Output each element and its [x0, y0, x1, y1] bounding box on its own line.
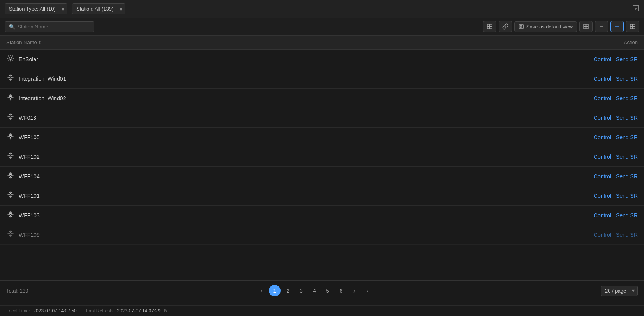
- per-page-wrapper[interactable]: 20 / page: [601, 286, 638, 296]
- table-row: WFF102 Control Send SR: [0, 147, 644, 167]
- station-type-icon: [6, 210, 15, 220]
- page-btn-3[interactable]: 3: [295, 285, 307, 296]
- columns-btn[interactable]: [579, 21, 593, 32]
- station-name-cell: WFF102: [6, 152, 560, 162]
- page-btn-1[interactable]: 1: [269, 285, 281, 296]
- station-name-text: Integration_Wind02: [19, 95, 66, 101]
- station-type-select[interactable]: Station Type: All (10): [5, 3, 67, 14]
- refresh-icon[interactable]: ↻: [164, 308, 168, 314]
- link-btn[interactable]: [499, 21, 512, 32]
- table-row: EnSolar Control Send SR: [0, 50, 644, 69]
- svg-rect-13: [586, 24, 588, 26]
- station-type-icon: [6, 54, 15, 64]
- filter-btn[interactable]: [595, 21, 608, 32]
- status-bar: Local Time: 2023-07-07 14:07:50 Last Ref…: [0, 305, 644, 316]
- station-name-text: Integration_Wind01: [19, 76, 66, 82]
- local-time-value: 2023-07-07 14:07:50: [33, 308, 76, 314]
- page-btn-5[interactable]: 5: [322, 285, 333, 296]
- svg-point-26: [9, 57, 12, 60]
- last-refresh-value: 2023-07-07 14:07:29: [117, 308, 160, 314]
- control-link[interactable]: Control: [594, 76, 611, 82]
- svg-point-68: [9, 135, 12, 137]
- top-bar: Station Type: All (10) Station: All (139…: [0, 0, 644, 18]
- station-filter[interactable]: Station: All (139): [72, 3, 125, 14]
- svg-rect-7: [490, 27, 492, 29]
- station-name-text: WFF101: [19, 193, 40, 199]
- station-name-cell: Integration_Wind01: [6, 74, 560, 83]
- grid-view-btn[interactable]: [483, 21, 496, 32]
- pagination: ‹ 1 2 3 4 5 6 7 ›: [256, 285, 373, 296]
- svg-point-104: [9, 213, 12, 215]
- search-icon: 🔍: [9, 24, 15, 30]
- sort-icon: ⇅: [39, 40, 42, 44]
- send-sr-link[interactable]: Send SR: [616, 154, 638, 160]
- search-wrapper[interactable]: 🔍: [5, 21, 94, 32]
- control-link[interactable]: Control: [594, 56, 611, 62]
- table-row: WFF101 Control Send SR: [0, 186, 644, 206]
- svg-rect-6: [487, 27, 489, 29]
- action-cell: Control Send SR: [560, 154, 638, 160]
- control-link[interactable]: Control: [594, 232, 611, 238]
- save-default-btn[interactable]: Save as default view: [514, 21, 577, 32]
- col-header-station-name[interactable]: Station Name ⇅: [6, 39, 560, 45]
- svg-line-32: [12, 60, 13, 61]
- svg-point-95: [9, 194, 12, 195]
- station-name-text: WFF104: [19, 173, 40, 179]
- action-cell: Control Send SR: [560, 173, 638, 179]
- svg-rect-4: [487, 24, 489, 26]
- control-link[interactable]: Control: [594, 95, 611, 101]
- station-type-icon: [6, 230, 15, 240]
- svg-point-41: [9, 77, 12, 78]
- control-link[interactable]: Control: [594, 134, 611, 140]
- control-link[interactable]: Control: [594, 173, 611, 179]
- station-type-filter[interactable]: Station Type: All (10): [5, 3, 67, 14]
- svg-point-77: [9, 155, 12, 156]
- local-time-label: Local Time:: [6, 308, 30, 314]
- col-header-action: Action: [560, 39, 638, 45]
- next-page-btn[interactable]: ›: [362, 285, 373, 296]
- station-name-cell: WF013: [6, 113, 560, 122]
- card-view-btn[interactable]: [626, 21, 639, 32]
- pagination-bar: Total: 139 ‹ 1 2 3 4 5 6 7 › 20 / page: [0, 280, 644, 300]
- control-link[interactable]: Control: [594, 212, 611, 218]
- toolbar-right: Save as default view: [483, 21, 639, 32]
- search-bar: 🔍 Save as default view: [0, 18, 644, 36]
- page-btn-7[interactable]: 7: [348, 285, 360, 296]
- send-sr-link[interactable]: Send SR: [616, 134, 638, 140]
- control-link[interactable]: Control: [594, 115, 611, 121]
- station-type-icon: [6, 171, 15, 181]
- send-sr-link[interactable]: Send SR: [616, 212, 638, 218]
- action-cell: Control Send SR: [560, 193, 638, 199]
- send-sr-link[interactable]: Send SR: [616, 173, 638, 179]
- svg-rect-25: [633, 27, 635, 29]
- svg-point-86: [9, 174, 12, 176]
- station-name-cell: EnSolar: [6, 54, 560, 64]
- per-page-select[interactable]: 20 / page: [601, 286, 638, 296]
- list-view-btn[interactable]: [610, 21, 624, 32]
- search-input[interactable]: [18, 24, 90, 30]
- export-icon[interactable]: [632, 5, 639, 13]
- send-sr-link[interactable]: Send SR: [616, 232, 638, 238]
- page-btn-2[interactable]: 2: [282, 285, 294, 296]
- control-link[interactable]: Control: [594, 193, 611, 199]
- send-sr-link[interactable]: Send SR: [616, 95, 638, 101]
- table-row: WFF103 Control Send SR: [0, 206, 644, 225]
- save-default-label: Save as default view: [526, 24, 573, 30]
- send-sr-link[interactable]: Send SR: [616, 76, 638, 82]
- page-btn-6[interactable]: 6: [335, 285, 347, 296]
- station-name-text: WFF105: [19, 134, 40, 140]
- send-sr-link[interactable]: Send SR: [616, 193, 638, 199]
- send-sr-link[interactable]: Send SR: [616, 115, 638, 121]
- prev-page-btn[interactable]: ‹: [256, 285, 267, 296]
- action-cell: Control Send SR: [560, 232, 638, 238]
- station-type-icon: [6, 113, 15, 122]
- station-type-icon: [6, 93, 15, 103]
- page-btn-4[interactable]: 4: [309, 285, 320, 296]
- control-link[interactable]: Control: [594, 154, 611, 160]
- station-select[interactable]: Station: All (139): [72, 3, 125, 14]
- station-name-cell: WFF101: [6, 191, 560, 201]
- send-sr-link[interactable]: Send SR: [616, 56, 638, 62]
- svg-point-113: [9, 233, 12, 234]
- station-type-icon: [6, 132, 15, 142]
- total-count: Total: 139: [6, 288, 28, 294]
